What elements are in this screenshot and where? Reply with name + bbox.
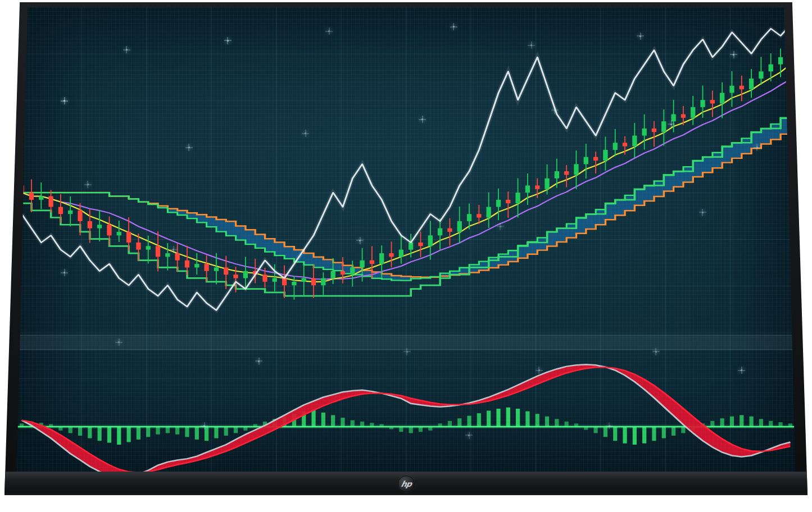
monitor: hp <box>4 2 808 495</box>
trading-chart <box>17 7 795 472</box>
monitor-bottom-bezel: hp <box>4 472 808 495</box>
hp-logo-text: hp <box>400 480 412 488</box>
hp-logo: hp <box>398 476 415 492</box>
photo-canvas: hp <box>0 0 812 512</box>
screen <box>17 7 795 472</box>
